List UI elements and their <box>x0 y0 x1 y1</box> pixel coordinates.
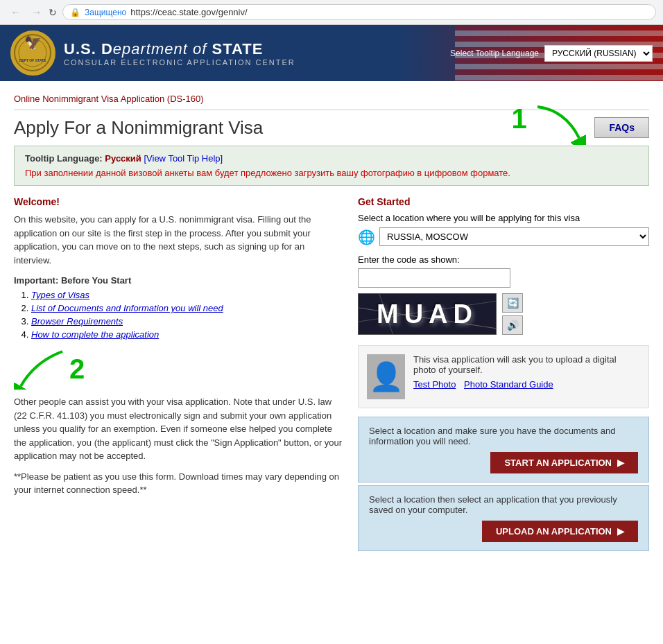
url-text: https://ceac.state.gov/genniv/ <box>130 7 648 17</box>
documents-link[interactable]: List of Documents and Information you wi… <box>31 303 223 313</box>
location-label: Select a location where you will be appl… <box>358 213 649 223</box>
tooltip-lang-text: Tooltip Language: <box>25 153 103 164</box>
captcha-controls: 🔄 🔊 <box>502 293 523 335</box>
location-dropdown[interactable]: RUSSIA, MOSCOW RUSSIA, VLADIVOSTOK RUSSI… <box>379 227 649 246</box>
photo-text: This visa application will ask you to up… <box>413 354 640 375</box>
person-icon: 👤 <box>369 360 404 393</box>
language-select[interactable]: РУССКИЙ (RUSSIAN) ENGLISH <box>544 45 653 62</box>
captcha-row: MUAD 🔄 🔊 <box>358 293 649 335</box>
tooltip-lang-value: Русский <box>105 153 144 164</box>
arrow-annotation-2: 2 <box>14 348 344 390</box>
annotation-number-2: 2 <box>69 354 85 385</box>
tooltip-lang-header-label: Select Tooltip Language <box>450 49 539 58</box>
sub-title: CONSULAR ELECTRONIC APPLICATION CENTER <box>64 58 295 67</box>
upload-action-box: Select a location then select an applica… <box>358 485 649 551</box>
dept-name: U.S. Department of STATE CONSULAR ELECTR… <box>64 40 295 67</box>
arrow-1-svg <box>531 103 586 145</box>
arrow-annotation-1: 1 <box>511 103 585 145</box>
start-application-button[interactable]: START AN APPLICATION ▶ <box>490 452 638 473</box>
start-action-text: Select a location and make sure you have… <box>369 426 638 446</box>
lock-icon: 🔒 <box>70 8 80 17</box>
main-title: U.S. Department of STATE <box>64 40 295 58</box>
browser-bar: ← → ↻ 🔒 Защищено https://ceac.state.gov/… <box>0 0 663 25</box>
view-tooltip-link[interactable]: [View Tool Tip Help] <box>144 153 223 164</box>
location-select-row: 🌐 RUSSIA, MOSCOW RUSSIA, VLADIVOSTOK RUS… <box>358 227 649 246</box>
svg-text:🦅: 🦅 <box>24 35 42 51</box>
other-text: Other people can assist you with your vi… <box>14 395 344 463</box>
photo-guide-link[interactable]: Photo Standard Guide <box>464 379 553 390</box>
start-action-box: Select a location and make sure you have… <box>358 417 649 482</box>
browser-requirements-link[interactable]: Browser Requirements <box>31 316 123 327</box>
annotation-number-1: 1 <box>511 103 526 134</box>
photo-section: 👤 This visa application will ask you to … <box>358 345 649 408</box>
left-column: Welcome! On this website, you can apply … <box>14 196 344 552</box>
photo-info: This visa application will ask you to up… <box>413 354 640 390</box>
list-item: Types of Visas <box>31 290 344 300</box>
get-started-title: Get Started <box>358 196 649 207</box>
important-list: Types of Visas List of Documents and Inf… <box>14 290 344 340</box>
captcha-overlay <box>359 294 496 334</box>
note-text: **Please be patient as you use this form… <box>14 470 344 497</box>
page-title-row: Apply For a Nonimmigrant Visa 1 FAQs <box>14 117 649 139</box>
arrow-2-svg <box>14 348 69 390</box>
globe-icon: 🌐 <box>358 229 375 245</box>
captcha-label: Enter the code as shown: <box>358 254 649 265</box>
tooltip-lang-line: Tooltip Language: Русский [View Tool Tip… <box>25 153 638 164</box>
address-bar[interactable]: 🔒 Защищено https://ceac.state.gov/genniv… <box>62 4 656 20</box>
list-item: Browser Requirements <box>31 316 344 327</box>
info-red-text: При заполнении данной визовой анкеты вам… <box>25 168 638 178</box>
how-to-complete-link[interactable]: How to complete the application <box>31 329 159 340</box>
welcome-title: Welcome! <box>14 196 344 207</box>
upload-action-text: Select a location then select an applica… <box>369 494 638 515</box>
audio-captcha-button[interactable]: 🔊 <box>502 315 523 335</box>
types-of-visas-link[interactable]: Types of Visas <box>31 290 89 300</box>
refresh-captcha-button[interactable]: 🔄 <box>502 293 523 313</box>
info-box: Tooltip Language: Русский [View Tool Tip… <box>14 146 649 186</box>
important-title: Important: Before You Start <box>14 275 344 286</box>
captcha-input[interactable] <box>358 268 510 288</box>
svg-line-8 <box>379 294 393 334</box>
welcome-text: On this website, you can apply for a U.S… <box>14 213 344 267</box>
captcha-image: MUAD <box>358 293 497 335</box>
secure-text: Защищено <box>85 8 126 17</box>
back-button[interactable]: ← <box>7 5 25 20</box>
arrow-right-icon-2: ▶ <box>617 526 624 537</box>
faqs-button[interactable]: FAQs <box>594 117 649 138</box>
photo-placeholder: 👤 <box>367 354 405 399</box>
header-right: Select Tooltip Language РУССКИЙ (RUSSIAN… <box>450 45 653 62</box>
svg-line-7 <box>359 301 496 322</box>
two-col-layout: Welcome! On this website, you can apply … <box>14 196 649 552</box>
photo-links: Test Photo Photo Standard Guide <box>413 379 640 390</box>
site-header: 🦅 DEPT OF STATE U.S. Department of STATE… <box>0 25 663 81</box>
list-item: List of Documents and Information you wi… <box>31 303 344 313</box>
right-column: Get Started Select a location where you … <box>358 196 649 552</box>
upload-application-button[interactable]: UPLOAD AN APPLICATION ▶ <box>482 521 638 542</box>
forward-button[interactable]: → <box>28 5 46 20</box>
page-title: Apply For a Nonimmigrant Visa <box>14 117 263 139</box>
svg-text:DEPT OF STATE: DEPT OF STATE <box>19 58 46 62</box>
test-photo-link[interactable]: Test Photo <box>413 379 456 390</box>
reload-button[interactable]: ↻ <box>49 7 57 18</box>
nav-buttons: ← → ↻ <box>7 5 57 20</box>
arrow-right-icon: ▶ <box>617 458 624 468</box>
svg-line-6 <box>359 308 496 329</box>
main-container: Online Nonimmigrant Visa Application (DS… <box>0 81 663 559</box>
header-left: 🦅 DEPT OF STATE U.S. Department of STATE… <box>10 31 295 76</box>
department-seal: 🦅 DEPT OF STATE <box>10 31 55 76</box>
list-item: How to complete the application <box>31 329 344 340</box>
